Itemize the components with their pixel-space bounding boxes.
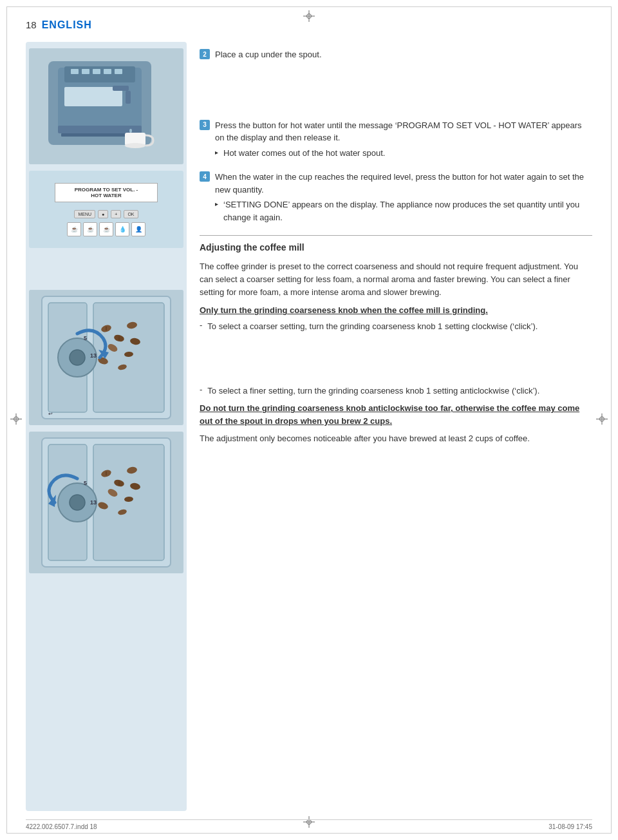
- crosshair-left: [10, 414, 22, 427]
- svg-rect-15: [64, 66, 135, 82]
- display-screen: PROGRAM TO SET VOL. - HOT WATER: [55, 183, 158, 202]
- svg-rect-53: [93, 444, 164, 560]
- dash-item-coarser: - To select a coarser setting, turn the …: [200, 320, 592, 333]
- svg-rect-18: [93, 69, 100, 74]
- language-title: ENGLISH: [42, 19, 92, 31]
- section-divider: [200, 235, 592, 236]
- dash-item-finer: - To select a finer setting, turn the gr…: [200, 385, 592, 397]
- icon-steam: ☕: [67, 222, 81, 236]
- step-4-bullet-text: ‘SETTING DONE’ appears on the display. T…: [223, 198, 592, 224]
- svg-rect-17: [82, 69, 89, 74]
- step-3-bullet1: ▸ Hot water comes out of the hot water s…: [200, 147, 592, 160]
- icon-lungo: ☕: [99, 222, 113, 236]
- svg-point-55: [70, 495, 85, 510]
- display-panel-illustration: PROGRAM TO SET VOL. - HOT WATER MENU ● +…: [29, 171, 183, 248]
- crosshair-top: [303, 10, 315, 24]
- grinding-anticlockwise-illustration: 5 13: [29, 432, 183, 573]
- step-3-badge: 3: [200, 120, 210, 130]
- step-3-bullet-text: Hot water comes out of the hot water spo…: [223, 147, 385, 160]
- svg-text:5: 5: [84, 335, 87, 341]
- step-4-block: 4 When the water in the cup reaches the …: [200, 171, 592, 224]
- dash-2-text: To select a finer setting, turn the grin…: [207, 385, 539, 397]
- grinding-warning: Only turn the grinding coarseness knob w…: [200, 305, 592, 315]
- svg-rect-33: [93, 303, 164, 412]
- svg-text:13: 13: [90, 352, 97, 359]
- header: 18 ENGLISH: [26, 19, 92, 31]
- svg-point-29: [129, 129, 132, 133]
- grinding-clockwise-illustration: 5 13 ↩: [29, 290, 183, 425]
- step-2-line: 2 Place a cup under the spout.: [200, 48, 592, 61]
- footer-left: 4222.002.6507.7.indd 18: [26, 823, 97, 830]
- svg-rect-19: [104, 69, 111, 74]
- step-2-badge: 2: [200, 49, 210, 59]
- step-4-badge: 4: [200, 171, 210, 182]
- step-4-text: When the water in the cup reaches the re…: [215, 171, 592, 196]
- step-3-text: Press the button for hot water until the…: [215, 119, 592, 144]
- svg-text:13: 13: [90, 499, 97, 506]
- svg-text:↩: ↩: [48, 411, 53, 417]
- dash-1: -: [200, 320, 202, 333]
- step-4-line: 4 When the water in the cup reaches the …: [200, 171, 592, 196]
- svg-rect-22: [113, 86, 129, 91]
- svg-rect-24: [58, 126, 142, 133]
- bullet-arrow-icon: ▸: [215, 149, 218, 156]
- crosshair-right: [596, 414, 608, 427]
- step-3-block: 3 Press the button for hot water until t…: [200, 119, 592, 160]
- bullet-arrow-2-icon: ▸: [215, 200, 218, 207]
- coffee-mill-section: Adjusting the coffee mill The coffee gri…: [200, 242, 592, 446]
- svg-point-28: [125, 143, 145, 148]
- page-number: 18: [26, 19, 37, 30]
- coffee-mill-body1: The coffee grinder is preset to the corr…: [200, 260, 592, 299]
- svg-point-35: [70, 350, 85, 365]
- step-4-bullet1: ▸ ‘SETTING DONE’ appears on the display.…: [200, 198, 592, 224]
- step-2-text: Place a cup under the spout.: [215, 48, 322, 61]
- icon-person: 👤: [131, 222, 145, 236]
- icon-row: ☕ ☕ ☕ 💧 👤: [67, 222, 145, 236]
- step-2-block: 2 Place a cup under the spout.: [200, 48, 592, 61]
- footer: 4222.002.6507.7.indd 18 31-08-09 17:45: [26, 819, 592, 830]
- svg-rect-16: [71, 69, 79, 74]
- dash-2: -: [200, 385, 202, 397]
- button-row: MENU ● + OK: [74, 210, 138, 218]
- main-content: 2 Place a cup under the spout. 3 Press t…: [200, 42, 592, 457]
- step-3-line: 3 Press the button for hot water until t…: [200, 119, 592, 144]
- svg-rect-23: [126, 91, 131, 104]
- adjustment-note: The adjustment only becomes noticeable a…: [200, 432, 592, 445]
- icon-espresso: ☕: [83, 222, 97, 236]
- dash-1-text: To select a coarser setting, turn the gr…: [207, 320, 538, 333]
- section-heading: Adjusting the coffee mill: [200, 242, 592, 253]
- icon-hotwater: 💧: [115, 222, 129, 236]
- left-panel: PROGRAM TO SET VOL. - HOT WATER MENU ● +…: [26, 42, 187, 811]
- footer-right: 31-08-09 17:45: [548, 823, 592, 830]
- anticlockwise-warning: Do not turn the grinding coarseness knob…: [200, 402, 592, 427]
- coffee-machine-illustration: [29, 48, 183, 164]
- svg-rect-20: [115, 69, 122, 74]
- svg-text:5: 5: [84, 480, 87, 486]
